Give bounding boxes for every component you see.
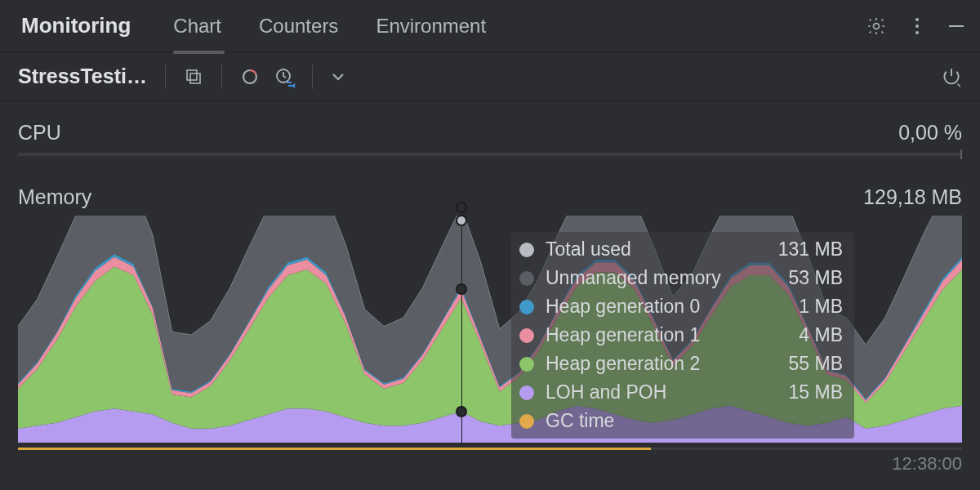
tooltip-row: GC time <box>511 407 854 435</box>
memory-chart[interactable]: Total used131 MBUnmanaged memory53 MBHea… <box>18 216 962 443</box>
tooltip-row: Total used131 MB <box>511 235 854 264</box>
tab-chart[interactable]: Chart <box>173 15 221 38</box>
tooltip-row: Unmanaged memory53 MB <box>511 264 854 292</box>
tooltip-label: Heap generation 2 <box>546 353 700 375</box>
tooltip-value: 4 MB <box>799 324 843 346</box>
tooltip-row: Heap generation 01 MB <box>511 292 854 321</box>
memory-tooltip: Total used131 MBUnmanaged memory53 MBHea… <box>511 232 854 439</box>
tooltip-value: 53 MB <box>789 267 843 289</box>
tooltip-row: Heap generation 255 MB <box>511 350 854 378</box>
separator <box>312 65 313 89</box>
tooltip-label: Unmanaged memory <box>546 267 721 289</box>
tooltip-value: 55 MB <box>789 353 843 375</box>
minimize-icon[interactable] <box>947 17 965 35</box>
cursor-dot <box>456 202 467 213</box>
cursor-dot <box>456 283 467 295</box>
tab-environment[interactable]: Environment <box>376 15 486 38</box>
cursor-dot <box>456 406 467 417</box>
cpu-section-header: CPU 0,00 % <box>18 113 962 149</box>
power-icon[interactable] <box>941 66 962 87</box>
legend-swatch-icon <box>519 414 534 429</box>
tooltip-value: 1 MB <box>799 296 843 318</box>
svg-rect-6 <box>190 74 200 83</box>
legend-swatch-icon <box>519 300 534 314</box>
tooltip-row: Heap generation 14 MB <box>511 321 854 350</box>
gear-icon[interactable] <box>866 16 887 37</box>
session-name-label[interactable]: StressTesti… <box>18 65 147 88</box>
legend-swatch-icon <box>519 243 534 257</box>
gc-row <box>18 443 962 450</box>
pie-arc-icon[interactable] <box>240 67 260 87</box>
separator <box>221 65 222 89</box>
tooltip-label: Heap generation 0 <box>546 296 700 318</box>
memory-value: 129,18 MB <box>863 185 962 209</box>
memory-section-header: Memory 129,18 MB <box>18 167 962 214</box>
svg-point-3 <box>915 31 919 34</box>
cpu-value: 0,00 % <box>898 121 962 145</box>
svg-point-2 <box>915 24 919 28</box>
tooltip-label: Total used <box>546 238 631 261</box>
tooltip-label: LOH and POH <box>546 381 666 403</box>
legend-swatch-icon <box>519 385 534 400</box>
stack-icon[interactable] <box>184 67 203 87</box>
svg-rect-5 <box>187 70 197 80</box>
more-vert-icon[interactable] <box>913 16 921 36</box>
panel-region: CPU 0,00 % Memory 129,18 MB Total used13… <box>0 101 980 474</box>
legend-swatch-icon <box>519 328 534 343</box>
main-tabs-bar: Monitoring Chart Counters Environment <box>0 0 980 52</box>
tooltip-label: Heap generation 1 <box>546 324 700 346</box>
dropdown-icon[interactable] <box>331 69 345 84</box>
clock-icon[interactable] <box>274 67 294 87</box>
svg-point-0 <box>874 23 880 29</box>
svg-point-1 <box>915 18 919 21</box>
tooltip-label: GC time <box>546 410 614 432</box>
time-axis-label: 12:38:00 <box>18 450 962 474</box>
memory-label: Memory <box>18 185 91 209</box>
session-toolbar: StressTesti… <box>0 52 980 101</box>
separator <box>165 65 166 89</box>
legend-swatch-icon <box>519 357 534 372</box>
tooltip-value: 15 MB <box>789 381 843 403</box>
legend-swatch-icon <box>519 271 534 286</box>
cpu-label: CPU <box>18 121 61 145</box>
cpu-track <box>18 153 962 156</box>
panel-title: Monitoring <box>21 13 131 38</box>
tooltip-row: LOH and POH15 MB <box>511 378 854 407</box>
cursor-top-dot <box>456 215 467 226</box>
tooltip-value: 131 MB <box>778 238 843 261</box>
tab-counters[interactable]: Counters <box>259 15 338 38</box>
